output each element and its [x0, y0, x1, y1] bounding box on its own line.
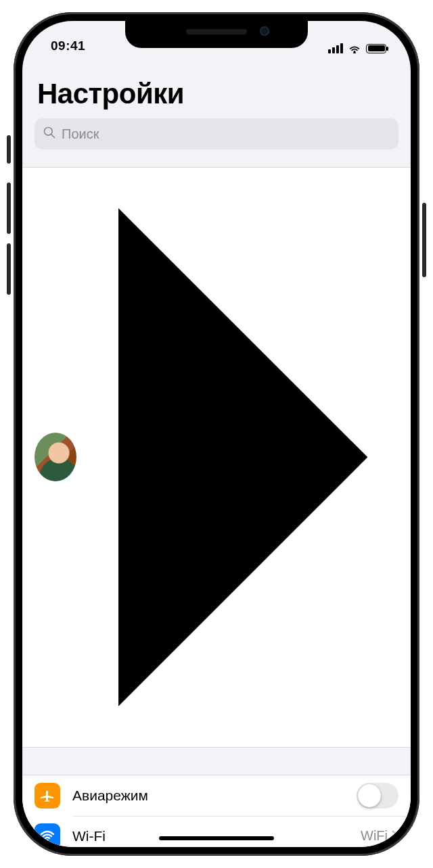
phone-frame: 09:41 Настройки John Appleseed [14, 12, 419, 856]
search-field[interactable] [35, 118, 398, 149]
chevron-right-icon [87, 177, 398, 738]
cellular-signal-icon [328, 43, 343, 53]
svg-point-0 [353, 51, 355, 53]
airplane-label: Авиарежим [72, 788, 357, 804]
profile-group: John Appleseed Apple ID, iCloud, медиама… [22, 167, 411, 748]
home-indicator[interactable] [159, 836, 274, 840]
wifi-icon [35, 823, 60, 847]
notch [125, 21, 308, 48]
screen: 09:41 Настройки John Appleseed [22, 21, 411, 847]
page-title: Настройки [22, 55, 411, 116]
airplane-toggle[interactable] [357, 783, 398, 809]
airplane-mode-row[interactable]: Авиарежим [22, 775, 411, 816]
search-icon [43, 126, 56, 142]
chevron-right-icon [392, 830, 398, 842]
battery-icon [366, 44, 386, 53]
svg-line-2 [51, 135, 55, 138]
svg-point-3 [46, 839, 48, 841]
apple-id-row[interactable]: John Appleseed Apple ID, iCloud, медиама… [22, 168, 411, 747]
avatar [35, 433, 76, 481]
wifi-status-icon [348, 44, 361, 53]
search-input[interactable] [62, 126, 390, 142]
airplane-icon [35, 783, 60, 809]
wifi-row[interactable]: Wi-Fi WiFi [22, 816, 411, 847]
status-time: 09:41 [51, 39, 85, 53]
wifi-value: WiFi [361, 828, 388, 844]
